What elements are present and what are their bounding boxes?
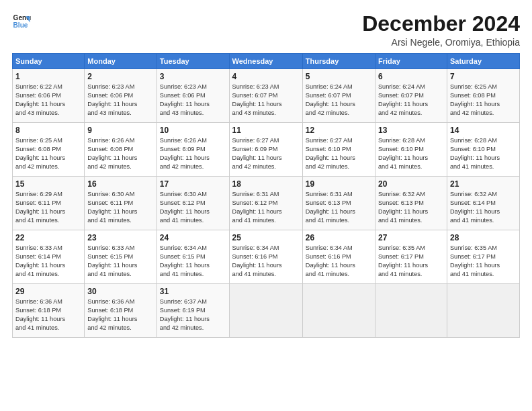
day-number: 13 <box>378 126 444 135</box>
day-number: 14 <box>450 126 517 135</box>
table-row <box>229 284 302 338</box>
day-number: 24 <box>160 233 226 242</box>
day-info: Sunrise: 6:34 AMSunset: 6:15 PMDaylight:… <box>160 244 226 279</box>
day-number: 7 <box>450 72 517 81</box>
day-info: Sunrise: 6:30 AMSunset: 6:11 PMDaylight:… <box>87 190 154 225</box>
day-info: Sunrise: 6:24 AMSunset: 6:07 PMDaylight:… <box>378 83 444 118</box>
logo-icon: General Blue <box>12 12 31 31</box>
table-row: 31Sunrise: 6:37 AMSunset: 6:19 PMDayligh… <box>157 284 229 338</box>
table-row: 8Sunrise: 6:25 AMSunset: 6:08 PMDaylight… <box>13 123 85 177</box>
table-row: 14Sunrise: 6:28 AMSunset: 6:10 PMDayligh… <box>447 123 519 177</box>
day-number: 25 <box>232 233 300 242</box>
day-number: 11 <box>232 126 300 135</box>
day-info: Sunrise: 6:30 AMSunset: 6:12 PMDaylight:… <box>160 190 226 225</box>
main-title: December 2024 <box>362 12 520 36</box>
day-info: Sunrise: 6:33 AMSunset: 6:14 PMDaylight:… <box>15 244 81 279</box>
svg-text:Blue: Blue <box>13 21 28 29</box>
calendar-week-row: 29Sunrise: 6:36 AMSunset: 6:18 PMDayligh… <box>13 284 520 338</box>
day-number: 12 <box>306 126 372 135</box>
day-info: Sunrise: 6:35 AMSunset: 6:17 PMDaylight:… <box>378 244 444 279</box>
table-row: 3Sunrise: 6:23 AMSunset: 6:06 PMDaylight… <box>157 69 229 123</box>
table-row: 25Sunrise: 6:34 AMSunset: 6:16 PMDayligh… <box>229 230 302 284</box>
day-number: 29 <box>15 287 81 296</box>
day-info: Sunrise: 6:26 AMSunset: 6:08 PMDaylight:… <box>87 136 154 171</box>
subtitle: Arsi Negele, Oromiya, Ethiopia <box>362 37 520 48</box>
day-number: 1 <box>15 72 81 81</box>
day-info: Sunrise: 6:25 AMSunset: 6:08 PMDaylight:… <box>15 136 81 171</box>
day-number: 15 <box>15 179 81 189</box>
day-info: Sunrise: 6:23 AMSunset: 6:06 PMDaylight:… <box>87 83 154 118</box>
calendar-week-row: 8Sunrise: 6:25 AMSunset: 6:08 PMDaylight… <box>13 123 520 177</box>
calendar-week-row: 15Sunrise: 6:29 AMSunset: 6:11 PMDayligh… <box>13 177 520 230</box>
calendar-week-row: 22Sunrise: 6:33 AMSunset: 6:14 PMDayligh… <box>13 230 520 284</box>
day-info: Sunrise: 6:22 AMSunset: 6:06 PMDaylight:… <box>15 83 81 118</box>
day-number: 30 <box>87 287 154 296</box>
table-row: 10Sunrise: 6:26 AMSunset: 6:09 PMDayligh… <box>157 123 229 177</box>
day-number: 26 <box>306 233 372 242</box>
table-row: 15Sunrise: 6:29 AMSunset: 6:11 PMDayligh… <box>13 177 85 230</box>
table-row: 11Sunrise: 6:27 AMSunset: 6:09 PMDayligh… <box>229 123 302 177</box>
day-number: 28 <box>450 233 517 242</box>
table-row: 7Sunrise: 6:25 AMSunset: 6:08 PMDaylight… <box>447 69 519 123</box>
day-info: Sunrise: 6:33 AMSunset: 6:15 PMDaylight:… <box>87 244 154 279</box>
col-monday: Monday <box>85 54 157 69</box>
col-friday: Friday <box>375 54 447 69</box>
table-row: 26Sunrise: 6:34 AMSunset: 6:16 PMDayligh… <box>302 230 375 284</box>
day-info: Sunrise: 6:27 AMSunset: 6:10 PMDaylight:… <box>306 136 372 171</box>
day-number: 20 <box>378 179 444 189</box>
day-info: Sunrise: 6:34 AMSunset: 6:16 PMDaylight:… <box>232 244 300 279</box>
table-row: 21Sunrise: 6:32 AMSunset: 6:14 PMDayligh… <box>447 177 519 230</box>
table-row: 16Sunrise: 6:30 AMSunset: 6:11 PMDayligh… <box>85 177 157 230</box>
col-tuesday: Tuesday <box>157 54 229 69</box>
calendar-header-row: Sunday Monday Tuesday Wednesday Thursday… <box>13 54 520 69</box>
table-row: 18Sunrise: 6:31 AMSunset: 6:12 PMDayligh… <box>229 177 302 230</box>
table-row: 29Sunrise: 6:36 AMSunset: 6:18 PMDayligh… <box>13 284 85 338</box>
day-number: 27 <box>378 233 444 242</box>
table-row: 13Sunrise: 6:28 AMSunset: 6:10 PMDayligh… <box>375 123 447 177</box>
day-number: 17 <box>160 179 226 189</box>
day-number: 4 <box>232 72 300 81</box>
day-number: 8 <box>15 126 81 135</box>
table-row: 6Sunrise: 6:24 AMSunset: 6:07 PMDaylight… <box>375 69 447 123</box>
day-info: Sunrise: 6:32 AMSunset: 6:13 PMDaylight:… <box>378 190 444 225</box>
day-number: 19 <box>306 179 372 189</box>
table-row: 24Sunrise: 6:34 AMSunset: 6:15 PMDayligh… <box>157 230 229 284</box>
day-number: 31 <box>160 287 226 296</box>
day-number: 9 <box>87 126 154 135</box>
day-info: Sunrise: 6:36 AMSunset: 6:18 PMDaylight:… <box>15 298 81 332</box>
day-info: Sunrise: 6:36 AMSunset: 6:18 PMDaylight:… <box>87 298 154 332</box>
day-info: Sunrise: 6:28 AMSunset: 6:10 PMDaylight:… <box>378 136 444 171</box>
calendar-week-row: 1Sunrise: 6:22 AMSunset: 6:06 PMDaylight… <box>13 69 520 123</box>
title-block: December 2024 Arsi Negele, Oromiya, Ethi… <box>362 12 520 48</box>
table-row: 9Sunrise: 6:26 AMSunset: 6:08 PMDaylight… <box>85 123 157 177</box>
table-row: 5Sunrise: 6:24 AMSunset: 6:07 PMDaylight… <box>302 69 375 123</box>
day-number: 18 <box>232 179 300 189</box>
table-row <box>375 284 447 338</box>
day-number: 2 <box>87 72 154 81</box>
table-row: 17Sunrise: 6:30 AMSunset: 6:12 PMDayligh… <box>157 177 229 230</box>
day-info: Sunrise: 6:35 AMSunset: 6:17 PMDaylight:… <box>450 244 517 279</box>
day-info: Sunrise: 6:34 AMSunset: 6:16 PMDaylight:… <box>306 244 372 279</box>
col-sunday: Sunday <box>13 54 85 69</box>
table-row <box>447 284 519 338</box>
table-row: 19Sunrise: 6:31 AMSunset: 6:13 PMDayligh… <box>302 177 375 230</box>
day-number: 3 <box>160 72 226 81</box>
table-row: 4Sunrise: 6:23 AMSunset: 6:07 PMDaylight… <box>229 69 302 123</box>
day-info: Sunrise: 6:31 AMSunset: 6:13 PMDaylight:… <box>306 190 372 225</box>
col-thursday: Thursday <box>302 54 375 69</box>
table-row: 28Sunrise: 6:35 AMSunset: 6:17 PMDayligh… <box>447 230 519 284</box>
day-number: 10 <box>160 126 226 135</box>
page-header: General Blue December 2024 Arsi Negele, … <box>12 12 520 48</box>
day-info: Sunrise: 6:31 AMSunset: 6:12 PMDaylight:… <box>232 190 300 225</box>
table-row: 30Sunrise: 6:36 AMSunset: 6:18 PMDayligh… <box>85 284 157 338</box>
day-number: 23 <box>87 233 154 242</box>
day-number: 5 <box>306 72 372 81</box>
table-row: 22Sunrise: 6:33 AMSunset: 6:14 PMDayligh… <box>13 230 85 284</box>
day-number: 6 <box>378 72 444 81</box>
table-row: 2Sunrise: 6:23 AMSunset: 6:06 PMDaylight… <box>85 69 157 123</box>
day-info: Sunrise: 6:29 AMSunset: 6:11 PMDaylight:… <box>15 190 81 225</box>
table-row: 12Sunrise: 6:27 AMSunset: 6:10 PMDayligh… <box>302 123 375 177</box>
day-info: Sunrise: 6:25 AMSunset: 6:08 PMDaylight:… <box>450 83 517 118</box>
table-row: 20Sunrise: 6:32 AMSunset: 6:13 PMDayligh… <box>375 177 447 230</box>
table-row: 23Sunrise: 6:33 AMSunset: 6:15 PMDayligh… <box>85 230 157 284</box>
